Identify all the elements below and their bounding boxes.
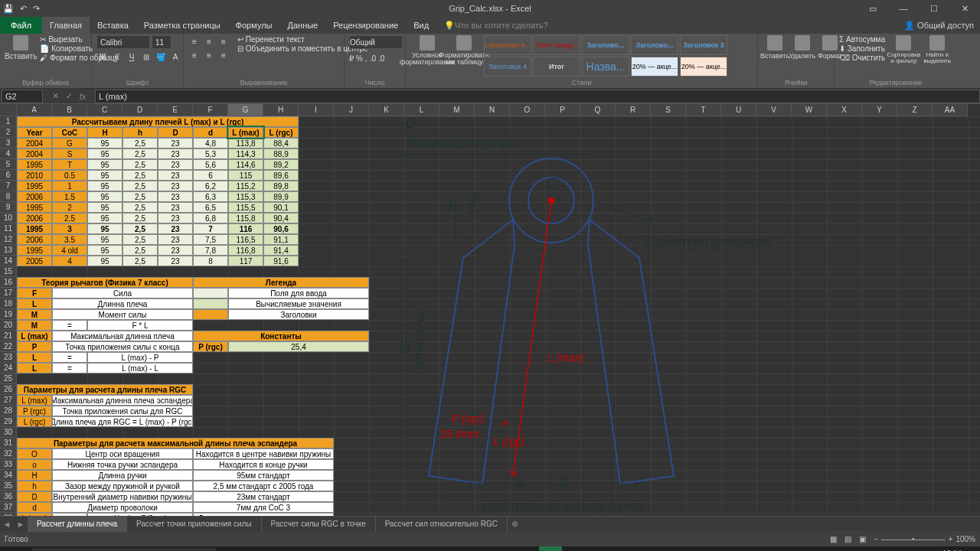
table-cell[interactable]: 5,6 (193, 159, 228, 170)
theory-desc[interactable]: Точка приложения силы с конца (52, 341, 193, 352)
exp-note[interactable]: 23мм стандарт (193, 491, 334, 502)
table-cell[interactable]: 95 (87, 256, 122, 266)
style-accent2[interactable]: 20% — акце... (680, 57, 727, 77)
file-tab[interactable]: Файл (0, 17, 42, 34)
table-cell[interactable]: 23 (158, 234, 193, 245)
row-header-2[interactable]: 2 (0, 127, 17, 138)
table-cell[interactable]: 91,1 (263, 234, 299, 245)
task-firefox[interactable]: 🦊 (401, 546, 424, 551)
redo-icon[interactable]: ↷ (33, 4, 40, 14)
table-cell[interactable]: 88,9 (263, 148, 299, 159)
col-header-L[interactable]: L (404, 104, 439, 116)
fill-color-button[interactable]: 🪣 (155, 51, 167, 63)
row-header-16[interactable]: 16 (0, 277, 17, 288)
col-header-C[interactable]: C (87, 104, 122, 116)
row-header-33[interactable]: 33 (0, 459, 17, 470)
row-header-38[interactable]: 38 (0, 513, 17, 516)
name-box[interactable] (2, 90, 43, 103)
legend-calc-swatch[interactable] (193, 298, 228, 309)
col-header-I[interactable]: I (299, 104, 334, 116)
table-cell[interactable]: 116,5 (228, 234, 263, 245)
row-header-22[interactable]: 22 (0, 341, 17, 352)
table-cell[interactable]: 1.5 (52, 191, 87, 202)
minimize-icon[interactable]: — (888, 0, 919, 17)
table-cell[interactable]: 95 (87, 213, 122, 223)
style-h1[interactable]: Заголово... (582, 35, 629, 55)
ribbon-opts-icon[interactable]: ▭ (858, 0, 888, 17)
legend-calc-label[interactable]: Вычисляемые значения (228, 298, 369, 309)
theory-desc[interactable]: Момент силы (52, 309, 193, 320)
save-icon[interactable]: 💾 (3, 4, 14, 14)
col-header-K[interactable]: K (369, 104, 404, 116)
task-store[interactable]: 🛍 (309, 546, 332, 551)
rgc-sym[interactable]: L (rgc) (17, 416, 52, 427)
table-cell[interactable]: 2,5 (122, 191, 158, 202)
find-select-button[interactable]: Найти и выделить (922, 35, 952, 64)
underline-button[interactable]: Ч (126, 51, 138, 63)
font-name-combo[interactable] (96, 35, 150, 49)
col-header-J[interactable]: J (334, 104, 369, 116)
table-cell[interactable]: 91,4 (263, 245, 299, 256)
inc-decimal-icon[interactable]: .0 (370, 54, 376, 63)
table-cell[interactable]: S (52, 148, 87, 159)
rgc-desc[interactable]: Максимальная длинна плеча эспандера (52, 395, 193, 406)
theory-sym[interactable]: L (17, 352, 52, 363)
theory-title[interactable]: Теория рычагов (Физика 7 класс) (17, 277, 193, 288)
task-vs[interactable]: ▣ (447, 546, 470, 551)
font-color-button[interactable]: A (169, 51, 181, 63)
consts-prgc-val[interactable]: 25,4 (228, 341, 369, 352)
tell-me[interactable]: 💡 Что вы хотите сделать? (436, 17, 556, 34)
row-header-5[interactable]: 5 (0, 159, 17, 170)
theory-sym[interactable]: L (17, 298, 52, 309)
theory-eq[interactable]: = (52, 352, 87, 363)
dec-decimal-icon[interactable]: .0 (378, 54, 384, 63)
table-cell[interactable]: 1995 (17, 159, 52, 170)
table-cell[interactable]: 115,2 (228, 181, 263, 191)
share-button[interactable]: 👤 Общий доступ (904, 21, 974, 31)
task-chrome[interactable]: 🔵 (378, 546, 401, 551)
table-cell[interactable]: 23 (158, 148, 193, 159)
zoom-out-icon[interactable]: − (874, 535, 878, 543)
table-cell[interactable]: 2006 (17, 234, 52, 245)
task-app2[interactable]: ▣ (424, 546, 447, 551)
col-header-A[interactable]: A (17, 104, 52, 116)
row-header-21[interactable]: 21 (0, 331, 17, 341)
theory-desc[interactable]: Сила (52, 288, 193, 298)
row-header-18[interactable]: 18 (0, 298, 17, 309)
theory-eq[interactable]: = (52, 363, 87, 373)
table-cell[interactable]: 89,6 (263, 170, 299, 181)
table-cell[interactable]: 23 (158, 256, 193, 266)
close-icon[interactable]: ✕ (949, 0, 980, 17)
select-all-corner[interactable] (0, 104, 17, 116)
sheet-prev-icon[interactable]: ◄ (0, 517, 14, 531)
legend-input-label[interactable]: Поля для ввода (228, 288, 369, 298)
table-cell[interactable]: 6,8 (193, 213, 228, 223)
task-app1[interactable]: ▣ (355, 546, 378, 551)
style-total[interactable]: Итог (533, 57, 580, 77)
table-cell[interactable]: 23 (158, 213, 193, 223)
spreadsheet-grid[interactable]: ABCDEFGHIJKLMNOPQRSTUVWXYZAA 12345678910… (0, 104, 980, 516)
legend-title[interactable]: Легенда (193, 277, 369, 288)
table-cell[interactable]: 95 (87, 202, 122, 213)
tab-review[interactable]: Рецензирование (325, 17, 406, 34)
row-header-28[interactable]: 28 (0, 406, 17, 416)
col-header-E[interactable]: E (158, 104, 193, 116)
table-header[interactable]: Year (17, 127, 52, 138)
style-accent1[interactable]: 20% — акце... (631, 57, 678, 77)
table-cell[interactable]: 8 (193, 256, 228, 266)
theory-expr[interactable]: L (max) - P (87, 352, 193, 363)
row-header-35[interactable]: 35 (0, 481, 17, 491)
task-explorer[interactable]: 📁 (286, 546, 309, 551)
col-header-X[interactable]: X (827, 104, 862, 116)
table-cell[interactable]: 95 (87, 170, 122, 181)
view-break-icon[interactable]: ▣ (859, 535, 866, 543)
font-size-combo[interactable] (152, 35, 172, 49)
format-table-button[interactable]: Форматировать как таблицу (447, 35, 481, 66)
consts-title[interactable]: Константы (193, 331, 369, 341)
table-cell[interactable]: 1995 (17, 245, 52, 256)
table-cell[interactable]: 4 (52, 256, 87, 266)
exp-title[interactable]: Параметры для расчета максимальной длины… (17, 438, 334, 448)
number-format-combo[interactable] (349, 35, 403, 49)
table-cell[interactable]: 6 (193, 170, 228, 181)
fill-button[interactable]: ⬇ Заполнить (839, 44, 885, 53)
